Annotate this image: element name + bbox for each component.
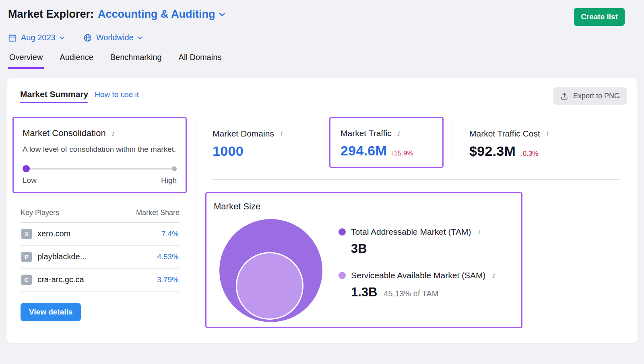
metric-label-row: Market Traffic Cost bbox=[469, 129, 549, 139]
market-traffic-cost-value: $92.3M bbox=[469, 143, 516, 159]
market-selector-label: Accounting & Auditing bbox=[98, 8, 215, 21]
market-summary-title: Market Summary bbox=[20, 89, 88, 103]
legend-value-row: 1.3B 45.13% of TAM bbox=[351, 285, 496, 300]
export-png-label: Export to PNG bbox=[573, 92, 620, 100]
tam-label: Total Addressable Market (TAM) bbox=[351, 227, 471, 237]
market-traffic-label: Market Traffic bbox=[341, 128, 392, 138]
slider-labels: Low High bbox=[23, 176, 177, 185]
domain-name: playblackde... bbox=[37, 252, 87, 261]
consolidation-title-row: Market Consolidation bbox=[23, 128, 177, 139]
market-size-venn-chart bbox=[214, 219, 328, 325]
market-share-value: 3.79% bbox=[157, 275, 179, 284]
slider-low-dot bbox=[23, 165, 30, 172]
metric-divider bbox=[324, 119, 324, 164]
domain-name: xero.com bbox=[37, 229, 70, 238]
table-row[interactable]: X xero.com 7.4% bbox=[21, 223, 180, 246]
domain-favicon: C bbox=[21, 275, 32, 285]
tab-audience[interactable]: Audience bbox=[58, 53, 94, 69]
market-traffic-value: 294.6M bbox=[341, 143, 387, 159]
market-traffic-metric: Market Traffic 294.6M ↓15.9% bbox=[329, 117, 444, 168]
info-icon[interactable] bbox=[110, 129, 115, 137]
table-row[interactable]: C cra-arc.gc.ca 3.79% bbox=[21, 269, 180, 292]
market-selector[interactable]: Accounting & Auditing bbox=[98, 8, 225, 21]
info-icon[interactable] bbox=[545, 130, 549, 138]
consolidation-slider bbox=[23, 165, 177, 172]
metric-label-row: Market Traffic bbox=[341, 128, 434, 138]
market-traffic-cost-label: Market Traffic Cost bbox=[469, 129, 540, 139]
tam-value: 3B bbox=[351, 242, 367, 256]
key-players-header: Key Players Market Share bbox=[21, 209, 180, 223]
region-filter-label: Worldwide bbox=[96, 33, 134, 42]
export-icon bbox=[560, 92, 568, 100]
slider-high-label: High bbox=[161, 176, 177, 185]
sam-circle bbox=[236, 252, 303, 320]
market-size-legend: Total Addressable Market (TAM) 3B Servic… bbox=[339, 219, 496, 325]
info-icon[interactable] bbox=[491, 271, 496, 279]
tab-all-domains[interactable]: All Domains bbox=[178, 53, 223, 69]
key-players-table: Key Players Market Share X xero.com 7.4%… bbox=[21, 209, 180, 292]
market-traffic-cost-metric: Market Traffic Cost $92.3M ↓0.3% bbox=[469, 117, 549, 159]
globe-icon bbox=[83, 33, 92, 42]
metric-label-row: Market Domains bbox=[213, 129, 324, 139]
market-summary-card: Market Summary How to use it Export to P… bbox=[7, 78, 637, 344]
info-icon[interactable] bbox=[476, 228, 481, 236]
consolidation-description: A low level of consolidation within the … bbox=[23, 144, 177, 155]
view-details-button[interactable]: View details bbox=[21, 303, 81, 321]
info-icon[interactable] bbox=[279, 130, 283, 138]
date-filter[interactable]: Aug 2023 bbox=[8, 33, 65, 42]
slider-high-dot bbox=[172, 166, 177, 171]
metric-value-row: 1000 bbox=[213, 143, 324, 159]
table-row[interactable]: P playblackde... 4.53% bbox=[21, 246, 180, 269]
market-traffic-cost-change: ↓0.3% bbox=[519, 150, 538, 158]
region-filter[interactable]: Worldwide bbox=[83, 33, 143, 42]
page-title: Market Explorer: Accounting & Auditing bbox=[8, 8, 225, 21]
left-column: Market Consolidation A low level of cons… bbox=[12, 117, 187, 338]
legend-label-row: Total Addressable Market (TAM) bbox=[339, 227, 496, 237]
market-size-title: Market Size bbox=[214, 201, 521, 212]
metric-value-row: 294.6M ↓15.9% bbox=[341, 143, 434, 159]
metrics-row: Market Domains 1000 Market Traffic 294.6… bbox=[213, 117, 619, 168]
create-list-button[interactable]: Create list bbox=[574, 8, 625, 26]
legend-label-row: Serviceable Available Market (SAM) bbox=[339, 271, 496, 280]
legend-value-row: 3B bbox=[351, 242, 496, 256]
metric-divider bbox=[452, 119, 452, 164]
market-consolidation-panel: Market Consolidation A low level of cons… bbox=[12, 117, 187, 193]
slider-low-label: Low bbox=[23, 176, 37, 185]
chevron-down-icon bbox=[219, 12, 225, 17]
tam-legend-entry: Total Addressable Market (TAM) 3B bbox=[339, 227, 496, 256]
info-icon[interactable] bbox=[396, 129, 401, 137]
market-size-content: Total Addressable Market (TAM) 3B Servic… bbox=[214, 219, 521, 325]
tab-bar: Overview Audience Benchmarking All Domai… bbox=[8, 53, 625, 69]
tam-dot-icon bbox=[339, 228, 346, 236]
sam-percent-of-tam: 45.13% of TAM bbox=[384, 289, 438, 298]
domain-favicon: P bbox=[21, 252, 32, 262]
how-to-use-link[interactable]: How to use it bbox=[95, 90, 139, 102]
page-title-prefix: Market Explorer: bbox=[8, 8, 94, 21]
domain-favicon: X bbox=[21, 229, 32, 239]
chevron-down-icon bbox=[138, 36, 143, 39]
export-png-button[interactable]: Export to PNG bbox=[553, 87, 627, 105]
right-column: Market Domains 1000 Market Traffic 294.6… bbox=[196, 117, 637, 338]
card-header: Market Summary How to use it Export to P… bbox=[7, 78, 637, 105]
slider-track bbox=[25, 168, 174, 170]
sam-label: Serviceable Available Market (SAM) bbox=[351, 271, 486, 280]
consolidation-title: Market Consolidation bbox=[23, 128, 106, 139]
market-size-panel: Market Size Total Addressable Market (TA… bbox=[205, 192, 522, 328]
filters-row: Aug 2023 Worldwide bbox=[8, 33, 625, 42]
date-filter-label: Aug 2023 bbox=[21, 33, 56, 42]
tab-overview[interactable]: Overview bbox=[8, 53, 44, 69]
market-share-value: 4.53% bbox=[157, 252, 179, 261]
calendar-icon bbox=[8, 33, 17, 42]
market-domains-metric: Market Domains 1000 bbox=[213, 117, 324, 159]
title-row: Market Explorer: Accounting & Auditing C… bbox=[8, 8, 625, 26]
sam-dot-icon bbox=[339, 272, 346, 279]
page-header: Market Explorer: Accounting & Auditing C… bbox=[0, 0, 644, 69]
tab-benchmarking[interactable]: Benchmarking bbox=[109, 53, 163, 69]
market-share-column-header: Market Share bbox=[136, 209, 180, 217]
card-body: Market Consolidation A low level of cons… bbox=[7, 105, 637, 338]
domain-name: cra-arc.gc.ca bbox=[37, 275, 84, 284]
key-players-column-header: Key Players bbox=[21, 209, 59, 217]
horizontal-divider bbox=[213, 179, 619, 180]
chevron-down-icon bbox=[60, 36, 65, 39]
market-domains-value: 1000 bbox=[213, 143, 244, 159]
